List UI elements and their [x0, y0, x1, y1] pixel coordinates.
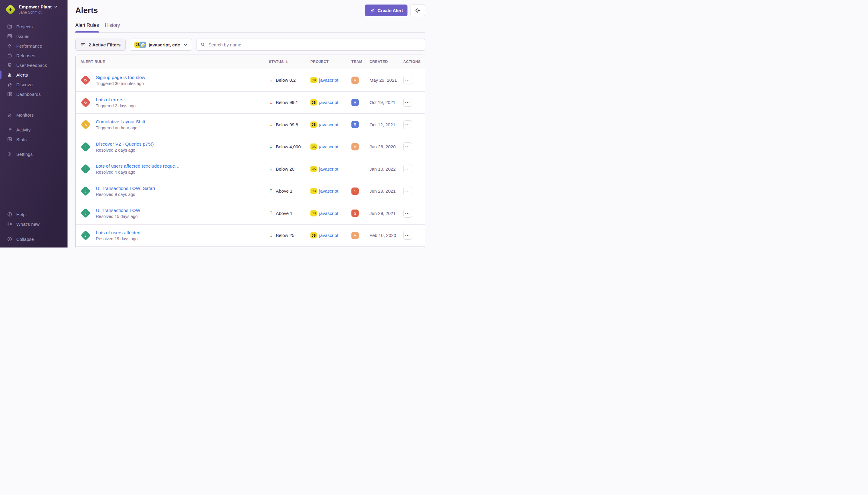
- javascript-icon: JS: [310, 121, 317, 128]
- row-actions-button[interactable]: ···: [403, 76, 412, 84]
- ellipsis-icon: ···: [405, 167, 410, 171]
- alert-settings-button[interactable]: [410, 4, 425, 16]
- alert-rule-cell: ! Cumulative Layout Shift Triggered an h…: [81, 119, 269, 130]
- row-actions-button[interactable]: ···: [403, 187, 412, 195]
- alert-status-diamond: [81, 75, 91, 85]
- alert-rule-link[interactable]: Lots of users affected: [96, 230, 140, 236]
- row-actions-button[interactable]: ···: [403, 165, 412, 173]
- row-actions-button[interactable]: ···: [403, 231, 412, 240]
- trend-down-icon: ↓: [269, 233, 273, 238]
- org-switcher[interactable]: Empower Plant Jane Schmidt: [0, 2, 68, 16]
- row-actions-button[interactable]: ···: [403, 98, 412, 107]
- sidebar-item-projects[interactable]: Projects: [0, 22, 68, 31]
- project-link[interactable]: javascript: [319, 144, 338, 149]
- activity-icon: [7, 127, 12, 132]
- alert-rule-link[interactable]: Signup page is too slow: [96, 74, 145, 80]
- row-actions-button[interactable]: ···: [403, 142, 412, 151]
- project-link[interactable]: javascript: [319, 211, 338, 216]
- sidebar-item-label: User Feedback: [16, 63, 47, 68]
- project-link[interactable]: javascript: [319, 166, 338, 172]
- alert-rule-subtext: Resolved 15 days ago: [96, 214, 140, 219]
- sidebar-item-label: Dashboards: [16, 92, 41, 97]
- sidebar-item-discover[interactable]: Discover: [0, 80, 68, 89]
- project-link[interactable]: javascript: [319, 78, 338, 83]
- tab-bar: Alert RulesHistory: [75, 23, 425, 33]
- sidebar-item-label: Projects: [16, 24, 33, 29]
- alert-rule-link[interactable]: UI Transactions LOW: Safari: [96, 185, 155, 191]
- status-threshold: Below 20: [276, 166, 294, 172]
- flame-icon: [84, 100, 88, 105]
- alert-rule-subtext: Resolved 9 days ago: [96, 192, 155, 197]
- team-cell: R: [351, 121, 369, 128]
- check-icon: [84, 211, 88, 216]
- status-cell: ↓ Below 4,000: [269, 144, 310, 149]
- alert-rule-link[interactable]: Cumulative Layout Shift: [96, 119, 145, 124]
- alert-rule-link[interactable]: Discover V2 - Queries p75(): [96, 141, 154, 147]
- table-row: Lots of users affected (excludes reque… …: [76, 158, 425, 180]
- row-actions-button[interactable]: ···: [403, 120, 412, 129]
- project-link[interactable]: javascript: [319, 100, 338, 105]
- project-link[interactable]: javascript: [319, 233, 338, 238]
- sidebar-item-activity[interactable]: Activity: [0, 125, 68, 134]
- alert-rule-link[interactable]: Lots of errors!: [96, 97, 136, 102]
- ellipsis-icon: ···: [405, 189, 410, 193]
- sidebar-item-settings[interactable]: Settings: [0, 149, 68, 159]
- column-header-status[interactable]: Status↓: [269, 60, 310, 64]
- sidebar-item-performance[interactable]: Performance: [0, 41, 68, 51]
- alert-rule-cell: Lots of users affected Resolved 19 days …: [81, 230, 269, 241]
- table-row: UI Transactions LOW Resolved 15 days ago…: [76, 202, 425, 224]
- table-header: Alert RuleStatus↓ProjectTeamCreatedActio…: [76, 55, 425, 69]
- alert-status-diamond: [81, 97, 91, 108]
- project-selector[interactable]: JS javascript, cdc: [130, 39, 192, 51]
- sidebar-item-dashboards[interactable]: Dashboards: [0, 89, 68, 99]
- sidebar-item-releases[interactable]: Releases: [0, 51, 68, 60]
- monitors-icon: [7, 112, 12, 118]
- team-avatar: V: [351, 232, 359, 239]
- column-header-alert-rule: Alert Rule: [81, 60, 269, 64]
- status-threshold: Below 99.1: [276, 100, 298, 105]
- sidebar-item-collapse[interactable]: Collapse: [0, 234, 68, 244]
- row-actions-button[interactable]: ···: [403, 209, 412, 218]
- ellipsis-icon: ···: [405, 211, 410, 215]
- table-body: Signup page is too slow Triggered 30 min…: [76, 69, 425, 246]
- sidebar-item-stats[interactable]: Stats: [0, 134, 68, 144]
- created-date: Jun 29, 2021: [369, 188, 403, 193]
- status-cell: ↑ Above 1: [269, 188, 310, 193]
- sidebar-item-label: What's new: [16, 222, 39, 227]
- project-link[interactable]: javascript: [319, 122, 338, 127]
- search-input[interactable]: [208, 42, 421, 47]
- user-name: Jane Schmidt: [19, 10, 57, 15]
- alert-rule-subtext: Resolved 19 days ago: [96, 236, 140, 241]
- project-link[interactable]: javascript: [319, 188, 338, 193]
- sidebar-item-user-feedback[interactable]: User Feedback: [0, 60, 68, 70]
- alert-rule-link[interactable]: UI Transactions LOW: [96, 207, 140, 213]
- page-title: Alerts: [75, 6, 98, 15]
- tab-alert-rules[interactable]: Alert Rules: [75, 23, 99, 32]
- status-threshold: Below 25: [276, 233, 294, 238]
- sort-descending-icon: ↓: [285, 60, 289, 64]
- sidebar-item-help[interactable]: Help: [0, 209, 68, 219]
- create-alert-button[interactable]: Create Alert: [365, 4, 407, 16]
- javascript-icon: JS: [310, 143, 317, 150]
- sidebar-item-issues[interactable]: Issues: [0, 31, 68, 41]
- column-header-project: Project: [310, 60, 351, 64]
- actions-cell: ···: [403, 165, 420, 173]
- alert-status-diamond: [81, 186, 91, 196]
- check-icon: [84, 144, 88, 149]
- alert-rule-link[interactable]: Lots of users affected (excludes reque…: [96, 163, 180, 169]
- sidebar-item-alerts[interactable]: Alerts: [0, 70, 68, 80]
- ellipsis-icon: ···: [405, 233, 410, 237]
- alert-rule-subtext: Triggered 2 days ago: [96, 103, 136, 108]
- actions-cell: ···: [403, 98, 420, 107]
- issues-icon: [7, 33, 12, 39]
- actions-cell: ···: [403, 209, 420, 218]
- project-cell: JS javascript: [310, 210, 351, 217]
- status-cell: ↓ Below 99.1: [269, 100, 310, 105]
- tab-history[interactable]: History: [105, 23, 120, 32]
- ellipsis-icon: ···: [405, 78, 410, 82]
- sidebar-item-label: Issues: [16, 34, 29, 39]
- sidebar-item-monitors[interactable]: Monitors: [0, 110, 68, 120]
- created-date: Feb 10, 2020: [369, 233, 403, 238]
- active-filters-button[interactable]: 2 Active Filters: [75, 39, 126, 51]
- sidebar-item-what-s-new[interactable]: What's new: [0, 219, 68, 229]
